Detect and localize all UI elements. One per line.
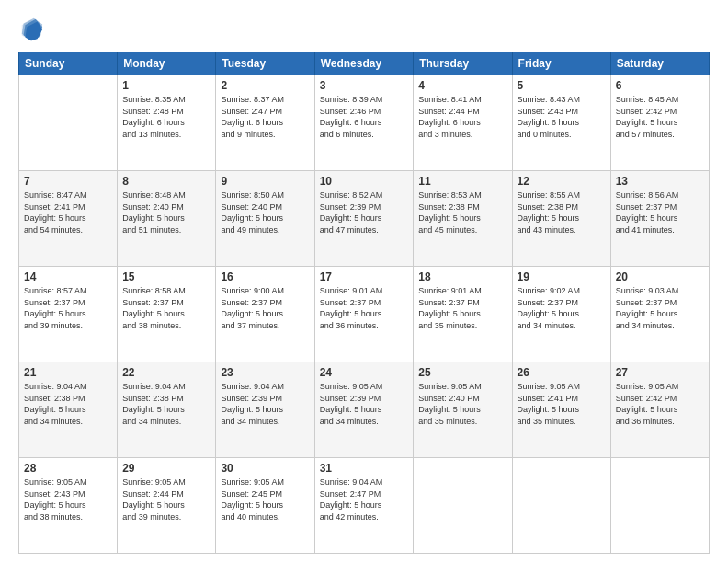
day-number: 24: [320, 366, 409, 379]
calendar-cell: 15Sunrise: 8:58 AM Sunset: 2:37 PM Dayli…: [118, 267, 216, 362]
calendar-cell: 31Sunrise: 9:04 AM Sunset: 2:47 PM Dayli…: [314, 458, 414, 554]
day-info: Sunrise: 8:56 AM Sunset: 2:37 PM Dayligh…: [616, 190, 704, 236]
day-number: 15: [122, 270, 210, 283]
calendar-week-row: 1Sunrise: 8:35 AM Sunset: 2:48 PM Daylig…: [19, 75, 710, 171]
calendar-cell: 3Sunrise: 8:39 AM Sunset: 2:46 PM Daylig…: [314, 75, 414, 171]
calendar-cell: 10Sunrise: 8:52 AM Sunset: 2:39 PM Dayli…: [314, 171, 414, 267]
calendar-cell: 18Sunrise: 9:01 AM Sunset: 2:37 PM Dayli…: [414, 267, 512, 362]
day-number: 20: [616, 270, 704, 283]
day-info: Sunrise: 9:05 AM Sunset: 2:41 PM Dayligh…: [518, 381, 606, 427]
calendar-cell: 14Sunrise: 8:57 AM Sunset: 2:37 PM Dayli…: [19, 267, 118, 362]
day-info: Sunrise: 9:04 AM Sunset: 2:47 PM Dayligh…: [320, 477, 409, 523]
calendar-cell: 21Sunrise: 9:04 AM Sunset: 2:38 PM Dayli…: [19, 362, 118, 458]
day-number: 25: [418, 366, 506, 379]
day-number: 29: [122, 462, 210, 475]
day-info: Sunrise: 9:03 AM Sunset: 2:37 PM Dayligh…: [616, 285, 704, 331]
day-info: Sunrise: 8:45 AM Sunset: 2:42 PM Dayligh…: [616, 94, 704, 140]
calendar-cell: 11Sunrise: 8:53 AM Sunset: 2:38 PM Dayli…: [414, 171, 512, 267]
day-number: 30: [221, 462, 309, 475]
calendar-cell: 8Sunrise: 8:48 AM Sunset: 2:40 PM Daylig…: [118, 171, 216, 267]
calendar-week-row: 28Sunrise: 9:05 AM Sunset: 2:43 PM Dayli…: [19, 458, 710, 554]
day-number: 5: [518, 79, 606, 92]
day-info: Sunrise: 9:01 AM Sunset: 2:37 PM Dayligh…: [418, 285, 506, 331]
calendar-cell: 2Sunrise: 8:37 AM Sunset: 2:47 PM Daylig…: [216, 75, 314, 171]
calendar-cell: 19Sunrise: 9:02 AM Sunset: 2:37 PM Dayli…: [512, 267, 610, 362]
page: SundayMondayTuesdayWednesdayThursdayFrid…: [0, 0, 728, 563]
calendar-week-row: 14Sunrise: 8:57 AM Sunset: 2:37 PM Dayli…: [19, 267, 710, 362]
day-number: 27: [616, 366, 704, 379]
calendar-cell: 17Sunrise: 9:01 AM Sunset: 2:37 PM Dayli…: [314, 267, 414, 362]
day-number: 2: [221, 79, 309, 92]
header-day-sunday: Sunday: [19, 52, 118, 75]
day-number: 11: [418, 175, 506, 188]
day-number: 3: [320, 79, 409, 92]
calendar-cell: 4Sunrise: 8:41 AM Sunset: 2:44 PM Daylig…: [414, 75, 512, 171]
day-info: Sunrise: 8:48 AM Sunset: 2:40 PM Dayligh…: [122, 190, 210, 236]
day-info: Sunrise: 9:02 AM Sunset: 2:37 PM Dayligh…: [518, 285, 606, 331]
day-number: 1: [122, 79, 210, 92]
calendar-cell: 30Sunrise: 9:05 AM Sunset: 2:45 PM Dayli…: [216, 458, 314, 554]
calendar-table: SundayMondayTuesdayWednesdayThursdayFrid…: [18, 52, 710, 554]
calendar-week-row: 21Sunrise: 9:04 AM Sunset: 2:38 PM Dayli…: [19, 362, 710, 458]
header-day-monday: Monday: [118, 52, 216, 75]
day-info: Sunrise: 8:53 AM Sunset: 2:38 PM Dayligh…: [418, 190, 506, 236]
day-info: Sunrise: 8:58 AM Sunset: 2:37 PM Dayligh…: [122, 285, 210, 331]
header-day-saturday: Saturday: [610, 52, 709, 75]
calendar-cell: 24Sunrise: 9:05 AM Sunset: 2:39 PM Dayli…: [314, 362, 414, 458]
day-number: 12: [518, 175, 606, 188]
calendar-cell: 12Sunrise: 8:55 AM Sunset: 2:38 PM Dayli…: [512, 171, 610, 267]
day-number: 18: [418, 270, 506, 283]
calendar-cell: 26Sunrise: 9:05 AM Sunset: 2:41 PM Dayli…: [512, 362, 610, 458]
calendar-cell: [610, 458, 709, 554]
day-info: Sunrise: 9:05 AM Sunset: 2:42 PM Dayligh…: [616, 381, 704, 427]
header-day-wednesday: Wednesday: [314, 52, 414, 75]
day-number: 14: [24, 270, 112, 283]
header: [18, 17, 710, 42]
calendar-cell: [19, 75, 118, 171]
calendar-cell: 28Sunrise: 9:05 AM Sunset: 2:43 PM Dayli…: [19, 458, 118, 554]
calendar-cell: 16Sunrise: 9:00 AM Sunset: 2:37 PM Dayli…: [216, 267, 314, 362]
calendar-cell: 9Sunrise: 8:50 AM Sunset: 2:40 PM Daylig…: [216, 171, 314, 267]
day-info: Sunrise: 8:47 AM Sunset: 2:41 PM Dayligh…: [24, 190, 112, 236]
day-info: Sunrise: 9:04 AM Sunset: 2:38 PM Dayligh…: [122, 381, 210, 427]
day-number: 31: [320, 462, 409, 475]
day-number: 6: [616, 79, 704, 92]
day-number: 26: [518, 366, 606, 379]
calendar-cell: 7Sunrise: 8:47 AM Sunset: 2:41 PM Daylig…: [19, 171, 118, 267]
day-info: Sunrise: 9:05 AM Sunset: 2:45 PM Dayligh…: [221, 477, 309, 523]
calendar-cell: 6Sunrise: 8:45 AM Sunset: 2:42 PM Daylig…: [610, 75, 709, 171]
day-number: 10: [320, 175, 409, 188]
calendar-cell: [414, 458, 512, 554]
day-info: Sunrise: 9:04 AM Sunset: 2:38 PM Dayligh…: [24, 381, 112, 427]
day-info: Sunrise: 9:05 AM Sunset: 2:39 PM Dayligh…: [320, 381, 409, 427]
day-info: Sunrise: 8:37 AM Sunset: 2:47 PM Dayligh…: [221, 94, 309, 140]
day-number: 9: [221, 175, 309, 188]
day-info: Sunrise: 9:05 AM Sunset: 2:40 PM Dayligh…: [418, 381, 506, 427]
day-info: Sunrise: 8:55 AM Sunset: 2:38 PM Dayligh…: [518, 190, 606, 236]
calendar-cell: 27Sunrise: 9:05 AM Sunset: 2:42 PM Dayli…: [610, 362, 709, 458]
calendar-week-row: 7Sunrise: 8:47 AM Sunset: 2:41 PM Daylig…: [19, 171, 710, 267]
calendar-cell: 22Sunrise: 9:04 AM Sunset: 2:38 PM Dayli…: [118, 362, 216, 458]
calendar-cell: [512, 458, 610, 554]
day-info: Sunrise: 9:04 AM Sunset: 2:39 PM Dayligh…: [221, 381, 309, 427]
calendar-cell: 5Sunrise: 8:43 AM Sunset: 2:43 PM Daylig…: [512, 75, 610, 171]
day-number: 16: [221, 270, 309, 283]
day-info: Sunrise: 9:05 AM Sunset: 2:43 PM Dayligh…: [24, 477, 112, 523]
day-info: Sunrise: 8:57 AM Sunset: 2:37 PM Dayligh…: [24, 285, 112, 331]
calendar-header-row: SundayMondayTuesdayWednesdayThursdayFrid…: [19, 52, 710, 75]
day-info: Sunrise: 8:52 AM Sunset: 2:39 PM Dayligh…: [320, 190, 409, 236]
day-info: Sunrise: 8:50 AM Sunset: 2:40 PM Dayligh…: [221, 190, 309, 236]
calendar-cell: 23Sunrise: 9:04 AM Sunset: 2:39 PM Dayli…: [216, 362, 314, 458]
day-number: 19: [518, 270, 606, 283]
day-number: 21: [24, 366, 112, 379]
calendar-cell: 29Sunrise: 9:05 AM Sunset: 2:44 PM Dayli…: [118, 458, 216, 554]
day-info: Sunrise: 9:00 AM Sunset: 2:37 PM Dayligh…: [221, 285, 309, 331]
day-info: Sunrise: 8:39 AM Sunset: 2:46 PM Dayligh…: [320, 94, 409, 140]
day-number: 8: [122, 175, 210, 188]
day-number: 28: [24, 462, 112, 475]
calendar-cell: 25Sunrise: 9:05 AM Sunset: 2:40 PM Dayli…: [414, 362, 512, 458]
day-number: 7: [24, 175, 112, 188]
day-info: Sunrise: 8:35 AM Sunset: 2:48 PM Dayligh…: [122, 94, 210, 140]
day-number: 13: [616, 175, 704, 188]
calendar-cell: 20Sunrise: 9:03 AM Sunset: 2:37 PM Dayli…: [610, 267, 709, 362]
